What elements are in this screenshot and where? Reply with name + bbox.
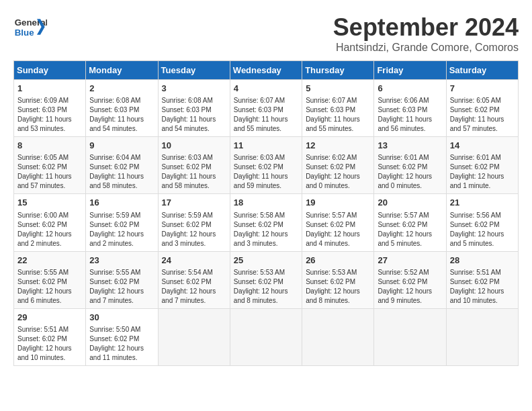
day-info: Sunrise: 6:08 AMSunset: 6:03 PMDaylight:… (89, 96, 154, 134)
calendar-day-cell: 24Sunrise: 5:54 AMSunset: 6:02 PMDayligh… (158, 251, 230, 308)
day-number: 25 (234, 255, 298, 267)
day-info: Sunrise: 5:55 AMSunset: 6:02 PMDaylight:… (17, 268, 82, 306)
calendar-day-cell: 20Sunrise: 5:57 AMSunset: 6:02 PMDayligh… (374, 194, 446, 251)
day-number: 22 (17, 255, 82, 267)
calendar-day-cell (302, 308, 374, 365)
calendar-day-cell: 2Sunrise: 6:08 AMSunset: 6:03 PMDaylight… (86, 80, 158, 137)
day-info: Sunrise: 5:51 AMSunset: 6:02 PMDaylight:… (450, 268, 515, 306)
calendar-day-cell: 22Sunrise: 5:55 AMSunset: 6:02 PMDayligh… (14, 251, 86, 308)
day-info: Sunrise: 6:07 AMSunset: 6:03 PMDaylight:… (306, 96, 370, 134)
day-of-week-header: Friday (374, 61, 446, 80)
day-info: Sunrise: 6:01 AMSunset: 6:02 PMDaylight:… (450, 153, 515, 191)
day-info: Sunrise: 5:58 AMSunset: 6:02 PMDaylight:… (234, 211, 298, 248)
day-info: Sunrise: 6:05 AMSunset: 6:02 PMDaylight:… (17, 153, 82, 191)
calendar-week-row: 8Sunrise: 6:05 AMSunset: 6:02 PMDaylight… (14, 137, 519, 194)
calendar-day-cell: 6Sunrise: 6:06 AMSunset: 6:03 PMDaylight… (374, 80, 446, 137)
day-number: 21 (450, 197, 515, 209)
day-number: 6 (378, 83, 442, 95)
calendar-day-cell: 8Sunrise: 6:05 AMSunset: 6:02 PMDaylight… (14, 137, 86, 194)
day-number: 26 (306, 255, 370, 267)
calendar-week-row: 29Sunrise: 5:51 AMSunset: 6:02 PMDayligh… (14, 308, 519, 365)
calendar-day-cell: 4Sunrise: 6:07 AMSunset: 6:03 PMDaylight… (230, 80, 302, 137)
calendar-day-cell: 23Sunrise: 5:55 AMSunset: 6:02 PMDayligh… (86, 251, 158, 308)
calendar-week-row: 1Sunrise: 6:09 AMSunset: 6:03 PMDaylight… (14, 80, 519, 137)
day-number: 30 (89, 312, 154, 324)
calendar-day-cell (230, 308, 302, 365)
calendar-day-cell: 26Sunrise: 5:53 AMSunset: 6:02 PMDayligh… (302, 251, 374, 308)
calendar-day-cell: 29Sunrise: 5:51 AMSunset: 6:02 PMDayligh… (14, 308, 86, 365)
location-title: Hantsindzi, Grande Comore, Comoros (333, 42, 519, 54)
calendar-day-cell (374, 308, 446, 365)
day-info: Sunrise: 5:55 AMSunset: 6:02 PMDaylight:… (89, 268, 154, 306)
calendar-day-cell: 13Sunrise: 6:01 AMSunset: 6:02 PMDayligh… (374, 137, 446, 194)
calendar-day-cell: 14Sunrise: 6:01 AMSunset: 6:02 PMDayligh… (446, 137, 518, 194)
page-header: General Blue September 2024 Hantsindzi, … (13, 13, 519, 54)
day-info: Sunrise: 5:57 AMSunset: 6:02 PMDaylight:… (378, 211, 442, 248)
svg-text:Blue: Blue (15, 28, 34, 38)
day-number: 10 (162, 140, 226, 152)
day-number: 2 (89, 83, 154, 95)
calendar-day-cell (446, 308, 518, 365)
day-number: 4 (234, 83, 298, 95)
calendar-day-cell: 19Sunrise: 5:57 AMSunset: 6:02 PMDayligh… (302, 194, 374, 251)
day-number: 13 (378, 140, 442, 152)
day-number: 8 (17, 140, 82, 152)
day-number: 23 (89, 255, 154, 267)
day-info: Sunrise: 5:59 AMSunset: 6:02 PMDaylight:… (162, 211, 226, 248)
calendar-day-cell: 5Sunrise: 6:07 AMSunset: 6:03 PMDaylight… (302, 80, 374, 137)
day-info: Sunrise: 6:05 AMSunset: 6:02 PMDaylight:… (450, 96, 515, 134)
calendar-day-cell: 17Sunrise: 5:59 AMSunset: 6:02 PMDayligh… (158, 194, 230, 251)
day-info: Sunrise: 6:00 AMSunset: 6:02 PMDaylight:… (17, 211, 82, 248)
calendar-day-cell: 7Sunrise: 6:05 AMSunset: 6:02 PMDaylight… (446, 80, 518, 137)
logo-icon: General Blue (13, 13, 47, 40)
day-number: 1 (17, 83, 82, 95)
day-info: Sunrise: 6:09 AMSunset: 6:03 PMDaylight:… (17, 96, 82, 134)
day-number: 5 (306, 83, 370, 95)
day-number: 17 (162, 197, 226, 209)
month-title: September 2024 (333, 13, 519, 42)
day-number: 28 (450, 255, 515, 267)
calendar-week-row: 15Sunrise: 6:00 AMSunset: 6:02 PMDayligh… (14, 194, 519, 251)
day-number: 9 (89, 140, 154, 152)
day-info: Sunrise: 5:51 AMSunset: 6:02 PMDaylight:… (17, 325, 82, 363)
day-number: 20 (378, 197, 442, 209)
day-info: Sunrise: 6:01 AMSunset: 6:02 PMDaylight:… (378, 153, 442, 191)
day-number: 15 (17, 197, 82, 209)
day-info: Sunrise: 5:50 AMSunset: 6:02 PMDaylight:… (89, 325, 154, 363)
day-info: Sunrise: 5:57 AMSunset: 6:02 PMDaylight:… (306, 211, 370, 248)
day-of-week-header: Wednesday (230, 61, 302, 80)
day-number: 16 (89, 197, 154, 209)
day-of-week-header: Tuesday (158, 61, 230, 80)
day-info: Sunrise: 6:08 AMSunset: 6:03 PMDaylight:… (162, 96, 226, 134)
calendar-day-cell: 12Sunrise: 6:02 AMSunset: 6:02 PMDayligh… (302, 137, 374, 194)
day-info: Sunrise: 6:04 AMSunset: 6:02 PMDaylight:… (89, 153, 154, 191)
day-number: 14 (450, 140, 515, 152)
day-of-week-header: Monday (86, 61, 158, 80)
day-info: Sunrise: 5:52 AMSunset: 6:02 PMDaylight:… (378, 268, 442, 306)
day-number: 27 (378, 255, 442, 267)
day-number: 3 (162, 83, 226, 95)
day-info: Sunrise: 6:07 AMSunset: 6:03 PMDaylight:… (234, 96, 298, 134)
calendar-day-cell: 9Sunrise: 6:04 AMSunset: 6:02 PMDaylight… (86, 137, 158, 194)
day-number: 11 (234, 140, 298, 152)
day-info: Sunrise: 5:54 AMSunset: 6:02 PMDaylight:… (162, 268, 226, 306)
calendar-day-cell: 27Sunrise: 5:52 AMSunset: 6:02 PMDayligh… (374, 251, 446, 308)
day-info: Sunrise: 5:53 AMSunset: 6:02 PMDaylight:… (306, 268, 370, 306)
day-info: Sunrise: 6:02 AMSunset: 6:02 PMDaylight:… (306, 153, 370, 191)
calendar-week-row: 22Sunrise: 5:55 AMSunset: 6:02 PMDayligh… (14, 251, 519, 308)
calendar-header-row: SundayMondayTuesdayWednesdayThursdayFrid… (14, 61, 519, 80)
day-number: 7 (450, 83, 515, 95)
calendar-table: SundayMondayTuesdayWednesdayThursdayFrid… (13, 60, 519, 366)
calendar-day-cell: 15Sunrise: 6:00 AMSunset: 6:02 PMDayligh… (14, 194, 86, 251)
day-of-week-header: Thursday (302, 61, 374, 80)
day-number: 18 (234, 197, 298, 209)
calendar-day-cell: 11Sunrise: 6:03 AMSunset: 6:02 PMDayligh… (230, 137, 302, 194)
calendar-day-cell: 16Sunrise: 5:59 AMSunset: 6:02 PMDayligh… (86, 194, 158, 251)
day-of-week-header: Sunday (14, 61, 86, 80)
day-number: 29 (17, 312, 82, 324)
day-info: Sunrise: 5:53 AMSunset: 6:02 PMDaylight:… (234, 268, 298, 306)
day-info: Sunrise: 6:03 AMSunset: 6:02 PMDaylight:… (162, 153, 226, 191)
day-info: Sunrise: 5:59 AMSunset: 6:02 PMDaylight:… (89, 211, 154, 248)
calendar-day-cell: 25Sunrise: 5:53 AMSunset: 6:02 PMDayligh… (230, 251, 302, 308)
day-number: 12 (306, 140, 370, 152)
